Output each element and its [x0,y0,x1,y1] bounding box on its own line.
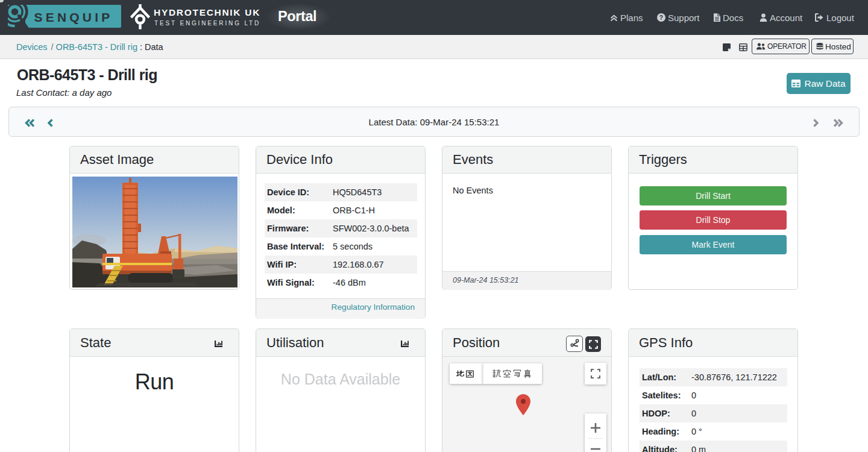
svg-text:?: ? [659,14,663,21]
